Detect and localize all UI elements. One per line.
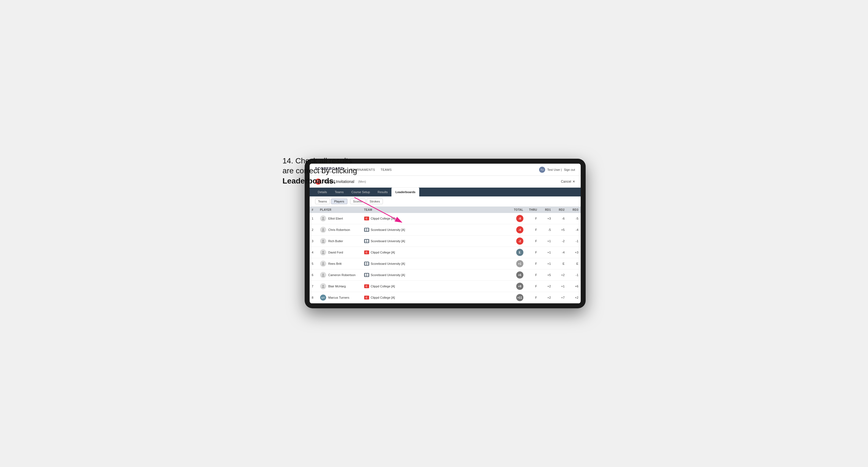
team-name: Clippd College [A] (371, 296, 395, 299)
cell-rd2: E (553, 258, 567, 270)
col-total: TOTAL (503, 207, 526, 213)
score-badge: -8 (516, 215, 523, 222)
cell-rank: 6 (310, 270, 318, 281)
tab-course-setup[interactable]: Course Setup (348, 188, 374, 196)
filter-bar: Teams Players Scores Strokes (310, 196, 581, 207)
cell-rd3: +6 (567, 281, 581, 292)
cell-player: Cameron Robertson (318, 270, 362, 281)
table-row: 1 Elliot Ebert C Clippd College [A] -8 F… (310, 213, 581, 224)
score-badge: E (516, 249, 523, 256)
cell-rd3: +3 (567, 247, 581, 258)
player-name: Marcus Turners (328, 296, 349, 299)
sign-out-link[interactable]: Sign out (564, 168, 575, 172)
filter-players[interactable]: Players (331, 199, 347, 204)
player-avatar (320, 283, 326, 289)
player-avatar (320, 261, 326, 267)
filter-scores[interactable]: Scores (350, 199, 366, 204)
team-logo-scoreboard (364, 228, 369, 232)
tab-results[interactable]: Results (374, 188, 392, 196)
player-avatar (320, 215, 326, 221)
user-avatar: TU (539, 167, 545, 173)
cell-rd3: -1 (567, 270, 581, 281)
score-badge: +6 (516, 271, 523, 279)
cell-thru: F (526, 213, 539, 224)
cell-total: +9 (503, 281, 526, 292)
cell-player: David Ford (318, 247, 362, 258)
team-logo-clippd: C (364, 295, 369, 300)
svg-point-5 (322, 251, 324, 253)
cell-rd1: +5 (539, 270, 553, 281)
cell-thru: F (526, 236, 539, 247)
team-name: Scoreboard University [A] (371, 262, 405, 265)
cell-player: Rees Britt (318, 258, 362, 270)
leaderboard-body: 1 Elliot Ebert C Clippd College [A] -8 F… (310, 213, 581, 303)
cell-rd3: +2 (567, 292, 581, 303)
cell-rank: 5 (310, 258, 318, 270)
cell-rank: 7 (310, 281, 318, 292)
player-name: Rich Butler (328, 240, 343, 243)
svg-point-6 (322, 262, 324, 264)
cell-team: Scoreboard University [A] (362, 270, 503, 281)
cell-rd2: -2 (553, 236, 567, 247)
table-header-row: # PLAYER TEAM TOTAL THRU RD1 RD2 RD3 (310, 207, 581, 213)
team-logo-clippd: C (364, 217, 369, 220)
nav-teams[interactable]: TEAMS (381, 167, 392, 173)
team-name: Clippd College [A] (371, 285, 395, 288)
cell-rd2: +2 (553, 270, 567, 281)
team-logo-scoreboard (364, 262, 369, 266)
cell-team: C Clippd College [A] (362, 281, 503, 292)
cell-rd2: +5 (553, 224, 567, 236)
cell-rd3: -5 (567, 213, 581, 224)
tab-details[interactable]: Details (314, 188, 331, 196)
instruction-number: 14. (283, 156, 293, 165)
table-row: 6 Cameron Robertson Scoreboard Universit… (310, 270, 581, 281)
cell-rd1: +3 (539, 213, 553, 224)
cell-player: Chris Robertson (318, 224, 362, 236)
player-name: Blair McHarg (328, 285, 346, 288)
tab-leaderboards[interactable]: Leaderboards (392, 188, 419, 196)
filter-teams[interactable]: Teams (315, 199, 330, 204)
cell-total: E (503, 247, 526, 258)
instruction-block: 14. Check all results are correct by cli… (283, 156, 371, 186)
cell-rank: 1 (310, 213, 318, 224)
cell-rd2: +7 (553, 292, 567, 303)
cell-thru: F (526, 247, 539, 258)
score-badge: +1 (516, 260, 523, 267)
instruction-bold: Leaderboards. (283, 177, 336, 185)
team-name: Clippd College [A] (371, 217, 395, 220)
cell-team: C Clippd College [A] (362, 292, 503, 303)
svg-point-3 (322, 228, 324, 230)
score-badge: +9 (516, 283, 523, 290)
cell-thru: F (526, 292, 539, 303)
table-row: 7 Blair McHarg C Clippd College [A] +9 F… (310, 281, 581, 292)
cell-rd3: -4 (567, 224, 581, 236)
filter-strokes[interactable]: Strokes (367, 199, 383, 204)
cell-rank: 8 (310, 292, 318, 303)
cell-player: Elliot Ebert (318, 213, 362, 224)
cell-total: -4 (503, 224, 526, 236)
cell-rd2: -4 (553, 247, 567, 258)
score-badge: -2 (516, 238, 523, 245)
team-name: Clippd College [A] (371, 251, 395, 254)
cell-team: C Clippd College [A] (362, 247, 503, 258)
player-avatar (320, 272, 326, 278)
cell-rd1: +2 (539, 292, 553, 303)
player-avatar (320, 227, 326, 233)
instruction-line2: are correct by clicking (283, 166, 357, 175)
cell-rank: 4 (310, 247, 318, 258)
player-name: Elliot Ebert (328, 217, 343, 220)
col-rd3: RD3 (567, 207, 581, 213)
nav-user: TU Test User | Sign out (539, 167, 575, 173)
cell-total: +1 (503, 258, 526, 270)
tab-bar: Details Teams Course Setup Results Leade… (310, 188, 581, 196)
cell-player: Blair McHarg (318, 281, 362, 292)
tab-teams[interactable]: Teams (331, 188, 347, 196)
player-avatar: MT (320, 294, 326, 301)
svg-point-2 (322, 217, 324, 219)
cancel-button[interactable]: Cancel ✕ (561, 180, 575, 184)
cell-rd1: -5 (539, 224, 553, 236)
col-thru: THRU (526, 207, 539, 213)
table-row: 3 Rich Butler Scoreboard University [A] … (310, 236, 581, 247)
page-wrapper: 14. Check all results are correct by cli… (283, 159, 586, 308)
player-avatar (320, 249, 326, 255)
